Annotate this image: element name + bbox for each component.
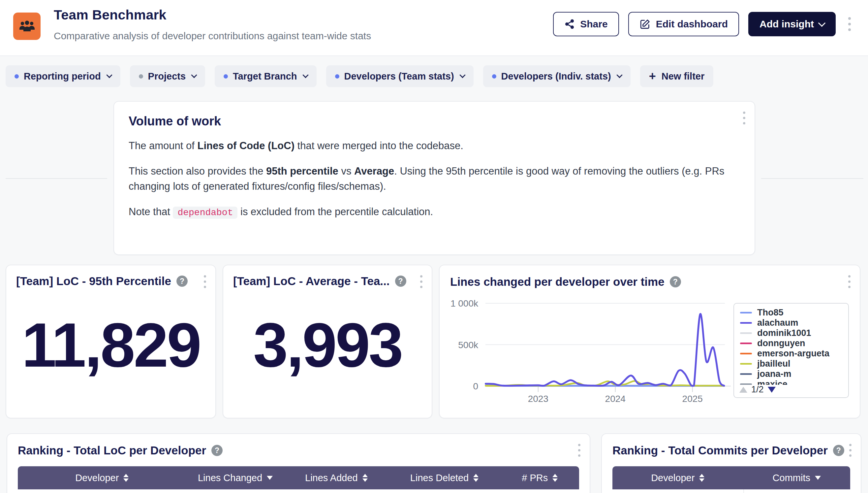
filter-status-dot: [15, 74, 19, 79]
column-header-developer[interactable]: Developer: [18, 473, 186, 484]
stat-card-menu[interactable]: [201, 273, 209, 290]
legend-item-donnguyen[interactable]: donnguyen: [740, 338, 848, 348]
legend-item-label: Tho85: [757, 307, 784, 318]
sort-desc-icon: [267, 476, 273, 480]
volume-paragraph-3: Note that dependabot is excluded from th…: [129, 204, 740, 220]
column-header-label: # PRs: [522, 473, 548, 484]
chart-card-menu[interactable]: [845, 273, 854, 290]
divider-line-right: [761, 178, 863, 179]
help-icon[interactable]: ?: [670, 276, 681, 287]
column-header-label: Lines Added: [305, 473, 358, 484]
edit-dashboard-button[interactable]: Edit dashboard: [628, 12, 739, 36]
legend-item-joana-m[interactable]: joana-m: [740, 369, 848, 379]
header-overflow-menu[interactable]: [845, 15, 854, 33]
ranking-commits-card: Ranking - Total Commits per Developer ? …: [601, 433, 862, 493]
edit-dashboard-label: Edit dashboard: [656, 19, 728, 30]
legend-item-label: alachaum: [757, 318, 798, 328]
stat-card-loc-95th: [Team] LoC - 95th Percentile ? 11,829: [6, 265, 216, 419]
page-subtitle: Comparative analysis of developer contri…: [54, 30, 371, 42]
add-insight-label: Add insight: [759, 19, 814, 30]
edit-icon: [640, 19, 651, 30]
legend-item-emerson-argueta[interactable]: emerson-argueta: [740, 348, 848, 359]
x-axis-tick: 2023: [528, 394, 549, 404]
filter-chip-projects[interactable]: Projects: [130, 65, 205, 87]
column-header-lines-deleted[interactable]: Lines Deleted: [388, 473, 500, 484]
sort-icon: [362, 474, 368, 482]
filter-chip-developers-indiv-stats-[interactable]: Developers (Indiv. stats): [483, 65, 630, 87]
legend-line-swatch: [740, 373, 752, 375]
dashboard-page: Team Benchmark Comparative analysis of d…: [0, 0, 868, 493]
legend-pagination: 1/2: [739, 384, 776, 395]
column-header-label: Lines Changed: [198, 473, 262, 484]
legend-page-indicator: 1/2: [751, 384, 764, 395]
ranking-loc-title: Ranking - Total LoC per Developer: [18, 444, 206, 457]
filter-chip-label: Developers (Indiv. stats): [501, 71, 611, 82]
filter-status-dot: [492, 74, 496, 79]
legend-items: Tho85 alachaum dominik1001 donnguyen eme…: [740, 307, 848, 385]
share-button-label: Share: [580, 19, 607, 30]
stat-card-loc-average: [Team] LoC - Average - Tea... ? 3,993: [223, 265, 432, 419]
add-insight-button[interactable]: Add insight: [748, 12, 836, 36]
table-header-row: DeveloperLines ChangedLines AddedLines D…: [18, 466, 579, 489]
lines-changed-chart-card: Lines changed per developer over time ? …: [439, 265, 861, 419]
filter-chip-reporting-period[interactable]: Reporting period: [6, 65, 120, 87]
ranking-loc-table: DeveloperLines ChangedLines AddedLines D…: [18, 466, 579, 493]
legend-item-dominik1001[interactable]: dominik1001: [740, 328, 848, 338]
legend-page-up-icon[interactable]: [739, 387, 747, 393]
column-header-label: Developer: [651, 473, 694, 484]
filter-chip-developers-team-stats-[interactable]: Developers (Team stats): [326, 65, 473, 87]
series-line-alachaum: [486, 314, 724, 386]
y-axis-tick: 1 000k: [450, 298, 478, 308]
column-header-label: Developer: [75, 473, 119, 484]
volume-card-menu[interactable]: [740, 110, 749, 126]
dashboard-logo: [13, 13, 41, 40]
legend-item-jbailleul[interactable]: jbailleul: [740, 359, 848, 369]
chart-card-title: Lines changed per developer over time: [450, 275, 665, 288]
chevron-down-icon: [106, 72, 112, 78]
sort-icon: [552, 474, 558, 482]
share-button[interactable]: Share: [553, 12, 619, 36]
legend-item-tho85[interactable]: Tho85: [740, 307, 848, 318]
ranking-loc-menu[interactable]: [575, 442, 584, 459]
line-chart: 0500k1 000k202320242025: [446, 291, 736, 407]
chevron-down-icon: [460, 72, 465, 78]
help-icon[interactable]: ?: [395, 276, 406, 287]
help-icon[interactable]: ?: [833, 445, 844, 456]
x-axis-tick: 2024: [605, 394, 626, 404]
legend-item-maxice[interactable]: maxice: [740, 379, 848, 385]
chevron-down-icon: [818, 19, 826, 27]
sort-icon: [123, 474, 129, 482]
new-filter-label: New filter: [662, 71, 705, 82]
column-header-commits[interactable]: Commits: [743, 473, 850, 484]
legend-item-label: joana-m: [757, 369, 792, 379]
table-header-row: DeveloperCommits: [613, 466, 850, 489]
table-row[interactable]: tomazornour260: [613, 489, 850, 493]
column-header--prs[interactable]: # PRs: [500, 473, 579, 484]
stat-card-title: [Team] LoC - 95th Percentile: [16, 275, 171, 288]
column-header-developer[interactable]: Developer: [613, 473, 743, 484]
column-header-lines-changed[interactable]: Lines Changed: [186, 473, 285, 484]
legend-item-label: maxice: [757, 379, 787, 385]
sort-icon: [699, 474, 705, 482]
filter-chip-label: Projects: [148, 71, 186, 82]
developer-cell: tomazornour: [613, 489, 743, 493]
legend-item-label: emerson-argueta: [757, 348, 829, 359]
sort-icon: [473, 474, 478, 482]
legend-item-alachaum[interactable]: alachaum: [740, 318, 848, 328]
plus-icon: +: [649, 70, 656, 82]
filter-chip-target-branch[interactable]: Target Branch: [215, 65, 316, 87]
stat-value-loc-95th: 11,829: [16, 288, 205, 409]
legend-page-down-icon[interactable]: [768, 387, 776, 393]
column-header-lines-added[interactable]: Lines Added: [284, 473, 388, 484]
filter-chip-label: Developers (Team stats): [344, 71, 454, 82]
volume-of-work-card: Volume of work The amount of Lines of Co…: [113, 101, 755, 255]
legend-item-label: donnguyen: [757, 338, 805, 348]
ranking-commits-menu[interactable]: [846, 442, 855, 459]
stat-card-menu[interactable]: [417, 273, 426, 290]
help-icon[interactable]: ?: [176, 276, 188, 287]
page-header: Team Benchmark Comparative analysis of d…: [0, 0, 868, 56]
chevron-down-icon: [616, 72, 622, 78]
new-filter-button[interactable]: + New filter: [640, 65, 714, 87]
help-icon[interactable]: ?: [212, 445, 223, 456]
y-axis-tick: 500k: [458, 340, 478, 350]
